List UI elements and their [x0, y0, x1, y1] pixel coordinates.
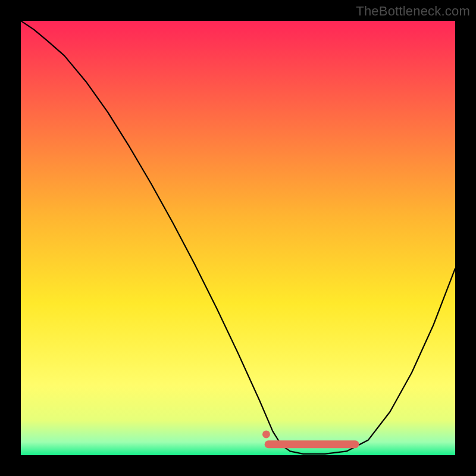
watermark-text: TheBottleneck.com — [356, 4, 470, 19]
chart-container: TheBottleneck.com — [0, 0, 476, 476]
chart-svg — [21, 21, 455, 455]
plot-area — [21, 21, 455, 455]
highlight-start-dot — [262, 430, 270, 438]
gradient-background — [21, 21, 455, 455]
